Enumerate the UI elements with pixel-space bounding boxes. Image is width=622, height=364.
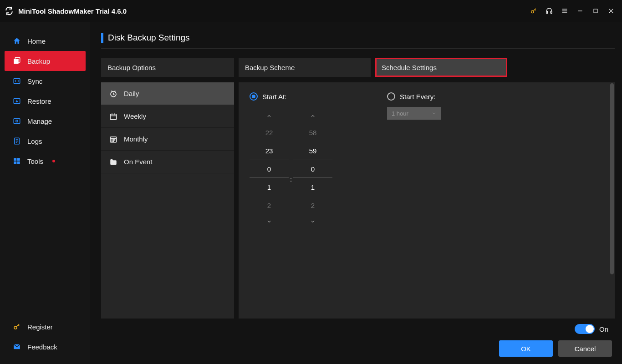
time-picker-value[interactable]: 2 xyxy=(293,196,332,214)
sidebar-item-logs[interactable]: Logs xyxy=(5,131,86,151)
svg-rect-1 xyxy=(546,11,548,14)
close-icon[interactable] xyxy=(607,7,615,15)
time-picker-value[interactable]: 58 xyxy=(293,123,332,142)
minutes-up-button[interactable] xyxy=(293,109,332,123)
svg-point-33 xyxy=(112,139,112,140)
start-every-group: Start Every: 1 hour xyxy=(387,92,441,229)
titlebar: MiniTool ShadowMaker Trial 4.6.0 xyxy=(0,0,622,22)
time-picker-selected-minute[interactable]: 0 xyxy=(293,160,332,178)
radio-label: Start At: xyxy=(262,93,286,101)
svg-rect-10 xyxy=(14,59,19,64)
tab-schedule-settings[interactable]: Schedule Settings xyxy=(375,58,507,77)
svg-rect-20 xyxy=(14,158,16,161)
sidebar-item-label: Feedback xyxy=(27,343,57,351)
sidebar-item-label: Home xyxy=(27,37,46,45)
sidebar: Home Backup Sync Restore xyxy=(0,22,90,364)
svg-rect-23 xyxy=(17,162,20,164)
svg-rect-22 xyxy=(14,162,16,164)
panels-row: Daily Weekly Monthly xyxy=(101,82,615,318)
titlebar-right xyxy=(530,7,615,15)
tab-label: Backup Options xyxy=(107,64,156,71)
time-picker-value[interactable]: 23 xyxy=(250,142,289,160)
app-title: MiniTool ShadowMaker Trial 4.6.0 xyxy=(18,7,127,15)
calendar-month-icon xyxy=(109,135,117,143)
minimize-icon[interactable] xyxy=(576,7,584,15)
sidebar-item-sync[interactable]: Sync xyxy=(5,71,86,91)
sidebar-item-tools[interactable]: Tools xyxy=(5,151,86,171)
schedule-mode-on-event[interactable]: On Event xyxy=(101,151,234,173)
sidebar-item-register[interactable]: Register xyxy=(5,317,86,337)
schedule-mode-label: Monthly xyxy=(124,135,148,143)
start-every-select[interactable]: 1 hour xyxy=(387,107,441,120)
radio-start-at[interactable]: Start At: xyxy=(250,92,332,101)
menu-icon[interactable] xyxy=(561,7,568,15)
svg-point-35 xyxy=(114,139,115,140)
schedule-mode-weekly[interactable]: Weekly xyxy=(101,105,234,128)
time-picker: 22 23 0 1 2 : xyxy=(250,109,332,229)
schedule-modes-panel: Daily Weekly Monthly xyxy=(101,82,234,318)
folder-icon xyxy=(109,158,117,166)
restore-icon xyxy=(13,97,21,105)
ok-button[interactable]: OK xyxy=(499,340,553,357)
tab-label: Backup Scheme xyxy=(245,64,295,71)
svg-rect-21 xyxy=(17,158,20,161)
radio-start-every[interactable]: Start Every: xyxy=(387,92,441,101)
hours-up-button[interactable] xyxy=(250,109,289,123)
key-icon[interactable] xyxy=(530,7,537,15)
sidebar-item-label: Backup xyxy=(27,57,50,65)
time-picker-value[interactable]: 1 xyxy=(250,178,289,196)
sidebar-item-backup[interactable]: Backup xyxy=(5,51,86,71)
main-content: Disk Backup Settings Backup Options Back… xyxy=(90,22,622,364)
scrollbar[interactable] xyxy=(610,83,614,274)
select-value: 1 hour xyxy=(392,110,408,117)
sidebar-item-label: Manage xyxy=(27,117,52,125)
time-picker-value[interactable]: 1 xyxy=(293,178,332,196)
schedule-radio-row: Start At: 22 23 0 xyxy=(250,92,604,229)
headset-icon[interactable] xyxy=(546,7,553,15)
home-icon xyxy=(13,37,21,45)
svg-point-15 xyxy=(16,120,18,122)
sidebar-item-home[interactable]: Home xyxy=(5,31,86,51)
time-picker-hours: 22 23 0 1 2 xyxy=(250,109,289,229)
time-picker-selected-hour[interactable]: 0 xyxy=(250,160,289,178)
app-logo-icon xyxy=(5,6,14,15)
sidebar-item-label: Register xyxy=(27,323,53,331)
tab-backup-scheme[interactable]: Backup Scheme xyxy=(239,58,371,77)
sidebar-item-label: Sync xyxy=(27,77,42,85)
clock-icon xyxy=(109,90,117,98)
svg-rect-7 xyxy=(594,9,597,13)
radio-checked-icon xyxy=(250,92,258,101)
tab-backup-options[interactable]: Backup Options xyxy=(101,58,234,77)
titlebar-left: MiniTool ShadowMaker Trial 4.6.0 xyxy=(5,6,127,15)
start-at-group: Start At: 22 23 0 xyxy=(250,92,332,229)
sidebar-item-restore[interactable]: Restore xyxy=(5,91,86,111)
cancel-button[interactable]: Cancel xyxy=(558,340,612,357)
hours-down-button[interactable] xyxy=(250,214,289,229)
sidebar-item-manage[interactable]: Manage xyxy=(5,111,86,131)
time-picker-value[interactable]: 2 xyxy=(250,196,289,214)
manage-icon xyxy=(13,117,21,125)
schedule-mode-monthly[interactable]: Monthly xyxy=(101,128,234,151)
schedule-mode-daily[interactable]: Daily xyxy=(101,82,234,105)
chevron-down-icon xyxy=(432,111,436,116)
minutes-down-button[interactable] xyxy=(293,214,332,229)
schedule-detail-panel: Start At: 22 23 0 xyxy=(239,82,615,318)
toggle-knob-icon xyxy=(586,325,594,333)
maximize-icon[interactable] xyxy=(592,7,599,15)
tab-label: Schedule Settings xyxy=(382,64,437,71)
tabs-row: Backup Options Backup Scheme Schedule Se… xyxy=(101,58,615,77)
time-picker-minutes: 58 59 0 1 2 xyxy=(293,109,332,229)
time-picker-value[interactable]: 22 xyxy=(250,123,289,142)
svg-point-24 xyxy=(14,326,17,329)
sidebar-item-label: Logs xyxy=(27,137,42,145)
radio-unchecked-icon xyxy=(387,92,395,101)
schedule-toggle-wrap: On xyxy=(575,324,608,334)
page-title-accent-icon xyxy=(101,33,103,43)
time-picker-value[interactable]: 59 xyxy=(293,142,332,160)
footer-row-buttons: OK Cancel xyxy=(101,334,615,357)
svg-point-34 xyxy=(113,139,114,140)
schedule-toggle[interactable] xyxy=(575,324,595,334)
backup-icon xyxy=(13,57,21,65)
schedule-mode-label: Daily xyxy=(124,90,139,97)
sidebar-item-feedback[interactable]: Feedback xyxy=(5,337,86,357)
